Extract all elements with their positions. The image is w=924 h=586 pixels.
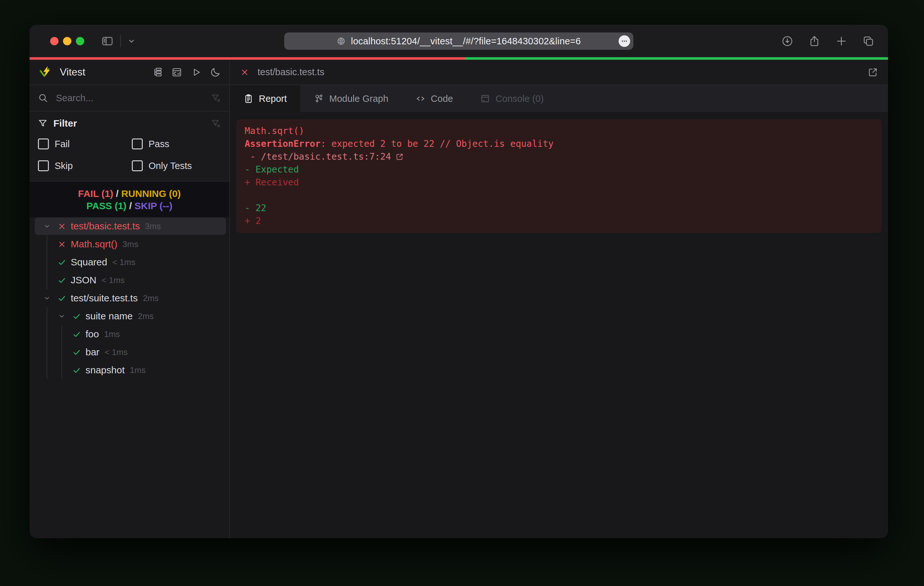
share-button[interactable] (808, 35, 820, 47)
filter-icon (38, 119, 48, 128)
filter-checkbox-skip[interactable]: Skip (38, 160, 132, 171)
more-options-button[interactable] (619, 35, 630, 47)
test-duration: 3ms (122, 239, 138, 249)
chevron-down-icon[interactable] (55, 310, 68, 323)
minimize-button[interactable] (63, 37, 71, 45)
address-bar[interactable]: localhost:51204/__vitest__/#/?file=16484… (284, 33, 634, 50)
report-line-received: + Received (245, 176, 873, 189)
desktop: { "browser": { "url": "localhost:51204/_… (0, 0, 924, 586)
open-file-name: test/basic.test.ts (257, 67, 324, 77)
close-button[interactable] (50, 37, 58, 45)
checkbox-icon[interactable] (38, 138, 49, 150)
filter-checkbox-pass[interactable]: Pass (132, 138, 221, 150)
test-name: test/basic.test.ts (71, 221, 140, 232)
url-text[interactable]: localhost:51204/__vitest__/#/?file=16484… (351, 36, 581, 46)
run-all-icon[interactable] (190, 66, 202, 78)
test-tree: test/basic.test.ts3msMath.sqrt()3msSquar… (30, 217, 229, 538)
tab-label: Report (259, 94, 287, 104)
pass-icon (55, 292, 68, 305)
dashboard-icon[interactable] (171, 66, 183, 78)
test-duration: 2ms (138, 311, 153, 321)
filter-title: Filter (53, 118, 77, 129)
vitest-logo-icon (39, 65, 53, 80)
tab-report[interactable]: Report (230, 85, 300, 112)
test-name: suite name (86, 311, 133, 322)
tree-row[interactable]: test/suite.test.ts2ms (30, 289, 229, 307)
pass-icon (70, 310, 83, 323)
tab-module-graph[interactable]: Module Graph (300, 85, 402, 112)
close-file-icon[interactable] (240, 68, 249, 77)
chevron-down-icon[interactable] (127, 37, 136, 45)
clear-filter-icon[interactable] (211, 118, 221, 128)
external-link-icon[interactable] (396, 153, 404, 161)
checkbox-icon[interactable] (132, 138, 143, 150)
checkbox-label: Skip (54, 161, 73, 171)
zoom-button[interactable] (76, 37, 84, 45)
open-in-editor-icon[interactable] (868, 67, 878, 78)
report-line-expected: - 22 (245, 202, 873, 215)
fail-count: FAIL (1) (78, 188, 113, 199)
tree-row[interactable]: test/basic.test.ts3ms (30, 217, 229, 235)
filter-checkbox-fail[interactable]: Fail (38, 138, 132, 150)
browser-titlebar: localhost:51204/__vitest__/#/?file=16484… (30, 25, 888, 57)
tree-row[interactable]: Squared< 1ms (30, 253, 229, 271)
tree-row[interactable]: suite name2ms (30, 307, 229, 325)
traffic-lights (50, 37, 84, 45)
view-tabs: ReportModule GraphCodeConsole (0) (230, 84, 888, 112)
status-summary: FAIL (1) / RUNNING (0) PASS (1) / SKIP (… (30, 181, 229, 217)
checkbox-icon[interactable] (38, 160, 49, 171)
module-graph-icon (314, 94, 324, 104)
test-duration: 1ms (130, 365, 146, 375)
fail-icon (55, 238, 68, 250)
app-title: Vitest (60, 66, 85, 78)
tab-overview-button[interactable] (862, 35, 874, 47)
console-icon (480, 94, 490, 104)
skip-count: SKIP (--) (134, 201, 172, 211)
tree-row[interactable]: foo1ms (30, 325, 229, 343)
search-input[interactable] (55, 92, 211, 104)
chevron-down-icon[interactable] (41, 292, 53, 305)
test-progress-bar (30, 57, 888, 60)
sidebar-toggle-icon[interactable] (101, 35, 114, 48)
tree-row[interactable]: JSON< 1ms (30, 271, 229, 289)
report-line-stack[interactable]: - /test/basic.test.ts:7:24 (245, 150, 873, 163)
new-tab-button[interactable] (835, 35, 848, 47)
test-name: bar (86, 347, 99, 357)
tree-row[interactable]: Math.sqrt()3ms (30, 235, 229, 253)
sidebar: Vitest Filter (30, 60, 230, 538)
tab-code[interactable]: Code (402, 85, 467, 112)
test-duration: < 1ms (102, 275, 125, 285)
pass-icon (55, 274, 68, 286)
report-content: Math.sqrt()AssertionError: expected 2 to… (230, 112, 888, 538)
error-panel: Math.sqrt()AssertionError: expected 2 to… (236, 119, 881, 233)
test-name: Math.sqrt() (71, 239, 117, 250)
collapse-tree-icon[interactable] (152, 66, 163, 78)
report-line-received: + 2 (245, 215, 873, 227)
dark-mode-icon[interactable] (209, 66, 221, 78)
downloads-button[interactable] (781, 35, 794, 47)
clipboard-icon (243, 94, 254, 104)
test-duration: 2ms (143, 293, 158, 303)
main-panel: test/basic.test.ts ReportModule GraphCod… (230, 60, 888, 538)
tree-row[interactable]: snapshot1ms (30, 361, 229, 379)
report-line-blank (245, 189, 873, 202)
tab-console-0[interactable]: Console (0) (467, 85, 557, 112)
filter-checkbox-only-tests[interactable]: Only Tests (132, 160, 221, 171)
pass-icon (70, 328, 83, 341)
tab-label: Module Graph (329, 94, 388, 104)
chevron-down-icon[interactable] (41, 220, 53, 233)
search-bar (30, 84, 229, 111)
pass-icon (70, 364, 83, 377)
test-duration: < 1ms (104, 347, 128, 357)
checkbox-icon[interactable] (132, 160, 143, 171)
clear-search-icon[interactable] (211, 93, 221, 103)
test-name: Squared (71, 257, 107, 268)
code-icon (416, 94, 426, 104)
test-name: test/suite.test.ts (71, 293, 138, 304)
pass-count: PASS (1) (86, 201, 126, 211)
tree-row[interactable]: bar< 1ms (30, 343, 229, 361)
tab-label: Console (0) (495, 94, 544, 104)
browser-window: localhost:51204/__vitest__/#/?file=16484… (30, 25, 888, 538)
file-header: test/basic.test.ts (230, 60, 888, 84)
checkbox-label: Pass (148, 139, 169, 150)
